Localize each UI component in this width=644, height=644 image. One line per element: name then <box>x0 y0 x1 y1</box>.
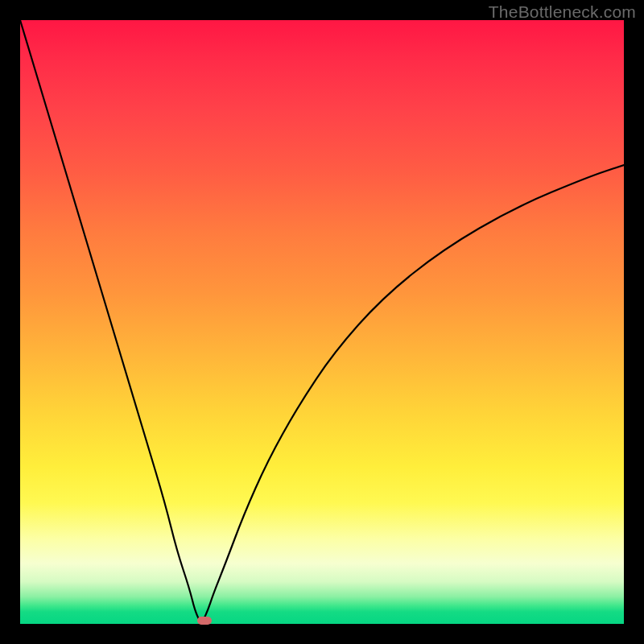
bottleneck-curve <box>20 20 624 621</box>
chart-stage: TheBottleneck.com <box>0 0 644 644</box>
curve-svg <box>20 20 624 624</box>
optimum-marker <box>197 617 212 625</box>
watermark-text: TheBottleneck.com <box>489 2 636 22</box>
plot-area <box>20 20 624 624</box>
